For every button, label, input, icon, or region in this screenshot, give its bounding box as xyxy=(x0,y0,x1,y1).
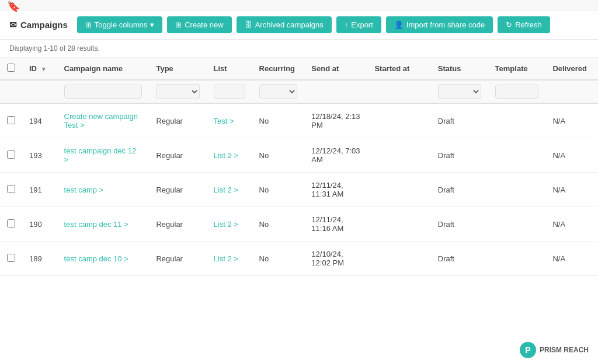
row-delivered: N/A xyxy=(545,242,598,276)
row-status: Draft xyxy=(431,207,488,242)
list-link[interactable]: List 2 > xyxy=(214,151,238,160)
row-checkbox-cell[interactable] xyxy=(0,103,22,138)
row-delivered: N/A xyxy=(545,207,598,242)
started-at-header: Started at xyxy=(367,58,430,80)
campaign-name-link[interactable]: test camp dec 10 > xyxy=(64,254,128,263)
row-started-at xyxy=(367,207,430,242)
list-link[interactable]: List 2 > xyxy=(214,254,238,263)
row-send-at: 12/11/24, 11:31 AM xyxy=(304,173,367,207)
row-checkbox[interactable] xyxy=(7,185,15,193)
table-row: 194 Create new campaign Test > Regular T… xyxy=(0,103,598,138)
row-list[interactable]: Test > xyxy=(207,103,252,138)
campaign-name-link[interactable]: test camp dec 11 > xyxy=(64,220,128,229)
select-all-checkbox[interactable] xyxy=(7,64,15,72)
list-filter[interactable] xyxy=(214,85,245,99)
sort-icon: ▼ xyxy=(41,66,47,72)
row-campaign-name[interactable]: test campaign dec 12 > xyxy=(57,138,150,173)
row-checkbox-cell[interactable] xyxy=(0,138,22,173)
template-filter[interactable] xyxy=(495,85,539,99)
delivered-header: Delivered xyxy=(545,58,598,80)
refresh-icon: ↻ xyxy=(506,20,512,29)
campaigns-title: Campaigns xyxy=(20,20,68,30)
import-icon: 👤 xyxy=(394,20,404,29)
row-recurring: No xyxy=(252,103,305,138)
row-checkbox-cell[interactable] xyxy=(0,173,22,207)
row-type: Regular xyxy=(149,138,206,173)
list-header: List xyxy=(207,58,252,80)
list-link[interactable]: Test > xyxy=(214,117,234,125)
row-recurring: No xyxy=(252,138,305,173)
table-row: 189 test camp dec 10 > Regular List 2 > … xyxy=(0,242,598,276)
email-icon: ✉ xyxy=(9,20,17,30)
filter-sendat-cell xyxy=(304,80,367,103)
recurring-filter[interactable]: No Yes xyxy=(259,84,298,99)
campaign-name-header: Campaign name xyxy=(57,58,150,80)
row-type: Regular xyxy=(149,173,206,207)
row-recurring: No xyxy=(252,173,305,207)
toggle-columns-button[interactable]: ⊞ Toggle columns ▾ xyxy=(77,16,162,33)
row-send-at: 12/11/24, 11:16 AM xyxy=(304,207,367,242)
filter-list-cell[interactable] xyxy=(207,80,252,103)
top-strip: 🔖 xyxy=(0,0,598,10)
archived-campaigns-button[interactable]: 🗄 Archived campaigns xyxy=(237,16,332,33)
row-started-at xyxy=(367,173,430,207)
filter-type-cell[interactable]: Regular xyxy=(149,80,206,103)
row-started-at xyxy=(367,242,430,276)
row-campaign-name[interactable]: test camp dec 11 > xyxy=(57,207,150,242)
filter-template-cell[interactable] xyxy=(488,80,546,103)
filter-startedat-cell xyxy=(367,80,430,103)
status-filter[interactable]: Draft Sent xyxy=(438,84,481,99)
row-template xyxy=(488,138,546,173)
results-count: Displaying 1-10 of 28 results. xyxy=(0,40,598,58)
list-link[interactable]: List 2 > xyxy=(214,186,238,194)
filter-recurring-cell[interactable]: No Yes xyxy=(252,80,305,103)
row-id: 194 xyxy=(22,103,57,138)
row-send-at: 12/18/24, 2:13 PM xyxy=(304,103,367,138)
id-header[interactable]: ID ▼ xyxy=(22,58,57,80)
row-template xyxy=(488,103,546,138)
row-campaign-name[interactable]: Create new campaign Test > xyxy=(57,103,150,138)
row-id: 191 xyxy=(22,173,57,207)
row-checkbox-cell[interactable] xyxy=(0,207,22,242)
row-list[interactable]: List 2 > xyxy=(207,173,252,207)
row-checkbox-cell[interactable] xyxy=(0,242,22,276)
row-recurring: No xyxy=(252,207,305,242)
row-status: Draft xyxy=(431,138,488,173)
row-started-at xyxy=(367,138,430,173)
select-all-header xyxy=(0,58,22,80)
type-filter[interactable]: Regular xyxy=(156,84,199,99)
row-template xyxy=(488,242,546,276)
row-status: Draft xyxy=(431,173,488,207)
list-link[interactable]: List 2 > xyxy=(214,220,238,229)
row-list[interactable]: List 2 > xyxy=(207,207,252,242)
send-at-header: Send at xyxy=(304,58,367,80)
row-checkbox[interactable] xyxy=(7,254,15,262)
refresh-button[interactable]: ↻ Refresh xyxy=(498,16,550,33)
plus-icon: ⊞ xyxy=(175,20,182,29)
row-template xyxy=(488,173,546,207)
export-button[interactable]: ↑ Export xyxy=(336,16,381,33)
row-delivered: N/A xyxy=(545,173,598,207)
row-list[interactable]: List 2 > xyxy=(207,242,252,276)
campaign-name-link[interactable]: test campaign dec 12 > xyxy=(64,146,142,164)
row-checkbox[interactable] xyxy=(7,116,15,124)
filter-status-cell[interactable]: Draft Sent xyxy=(431,80,488,103)
row-campaign-name[interactable]: test camp dec 10 > xyxy=(57,242,150,276)
row-started-at xyxy=(367,103,430,138)
campaign-name-link[interactable]: test camp > xyxy=(64,186,104,194)
row-checkbox[interactable] xyxy=(7,219,15,228)
campaign-name-filter[interactable] xyxy=(64,85,142,99)
row-list[interactable]: List 2 > xyxy=(207,138,252,173)
bookmark-icon: 🔖 xyxy=(7,0,20,13)
filter-campaign-name-cell[interactable] xyxy=(57,80,150,103)
row-status: Draft xyxy=(431,242,488,276)
row-status: Draft xyxy=(431,103,488,138)
table-row: 193 test campaign dec 12 > Regular List … xyxy=(0,138,598,173)
archive-icon: 🗄 xyxy=(245,20,252,29)
create-new-button[interactable]: ⊞ Create new xyxy=(167,16,231,33)
import-share-code-button[interactable]: 👤 Import from share code xyxy=(386,16,493,33)
campaign-name-link[interactable]: Create new campaign Test > xyxy=(64,112,142,130)
row-checkbox[interactable] xyxy=(7,150,15,159)
row-id: 189 xyxy=(22,242,57,276)
row-campaign-name[interactable]: test camp > xyxy=(57,173,150,207)
